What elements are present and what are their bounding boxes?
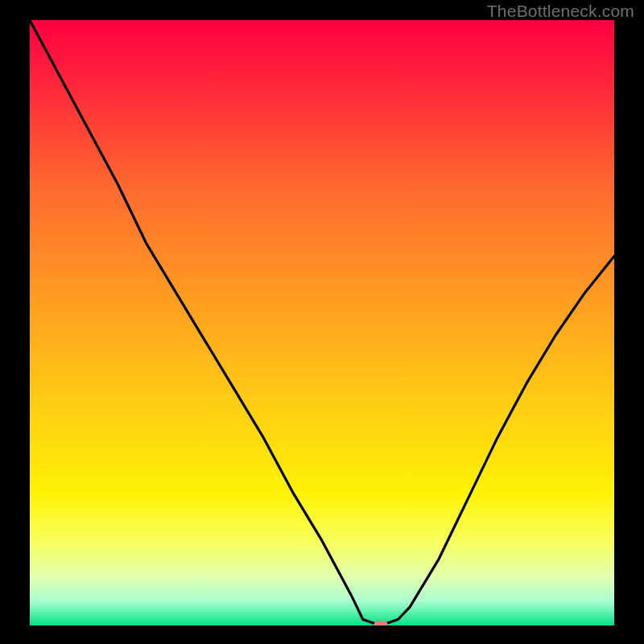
bottleneck-curve: [30, 20, 614, 625]
chart-frame: TheBottleneck.com: [0, 0, 644, 644]
watermark: TheBottleneck.com: [487, 2, 634, 21]
plot-area: [30, 20, 614, 625]
optimum-marker: [374, 621, 388, 625]
